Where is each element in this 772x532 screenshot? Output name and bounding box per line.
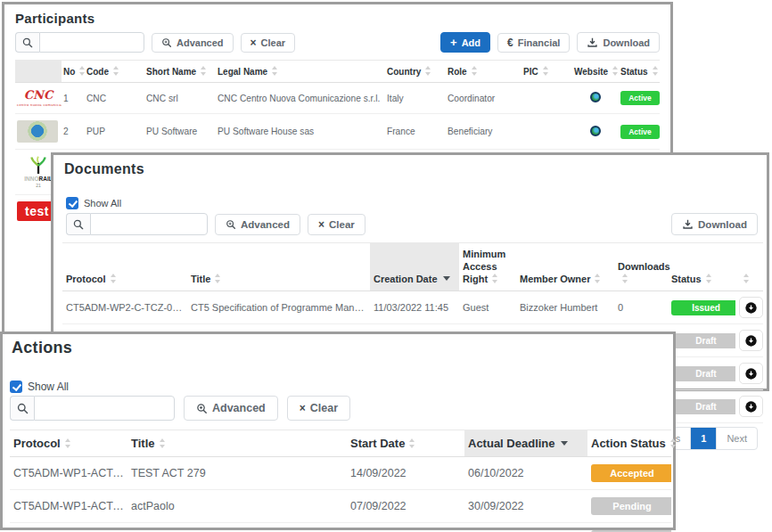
actions-search-input[interactable] xyxy=(34,396,175,421)
advanced-search-icon xyxy=(226,219,236,230)
col-code[interactable]: Code xyxy=(85,61,144,83)
clear-label: Clear xyxy=(310,402,338,414)
documents-toolbar: Advanced × Clear Download xyxy=(66,213,758,235)
cell-creation-date: 11/03/2022 11:45 xyxy=(370,291,459,324)
sort-icon xyxy=(113,66,119,76)
col-row-actions[interactable] xyxy=(735,243,763,291)
cell-pic xyxy=(522,83,572,114)
col-protocol[interactable]: Protocol xyxy=(62,243,187,291)
actions-panel: Actions Show All Advanced × Clear Protoc… xyxy=(0,331,676,530)
cell-member-owner: Bizzoker Humbert xyxy=(516,291,614,324)
innorail-tree-icon xyxy=(28,156,49,174)
cell-no: 1 xyxy=(62,83,85,114)
col-protocol[interactable]: Protocol xyxy=(10,430,127,457)
col-title[interactable]: Title xyxy=(187,243,370,291)
sort-icon xyxy=(543,66,549,76)
row-download-button[interactable] xyxy=(739,396,763,417)
col-pic[interactable]: PIC xyxy=(522,61,572,83)
cell-role: Beneficiary xyxy=(446,114,522,150)
download-icon xyxy=(587,37,598,48)
col-min-access[interactable]: Minimum Access Right xyxy=(459,243,516,291)
actions-clear-button[interactable]: × Clear xyxy=(287,396,350,421)
advanced-label: Advanced xyxy=(212,402,266,414)
pagination-next[interactable]: Next xyxy=(716,428,757,449)
col-role[interactable]: Role xyxy=(446,61,522,83)
actions-title: Actions xyxy=(12,339,673,357)
row-download-button[interactable] xyxy=(739,297,763,318)
row-download-button[interactable] xyxy=(739,330,763,351)
col-country[interactable]: Country xyxy=(385,61,446,83)
col-title[interactable]: Title xyxy=(127,430,347,457)
cell-title: actPaolo xyxy=(127,490,347,523)
actions-search-group xyxy=(10,396,175,421)
sort-icon xyxy=(65,438,71,448)
cell-actual-deadline: 30/09/2022 xyxy=(464,490,587,523)
sort-icon xyxy=(201,66,207,76)
website-globe-icon[interactable] xyxy=(590,92,601,102)
financial-label: Financial xyxy=(518,37,561,48)
cell-pic xyxy=(522,114,572,150)
sort-icon xyxy=(425,66,431,76)
actions-advanced-button[interactable]: Advanced xyxy=(184,396,278,421)
actions-show-all[interactable]: Show All xyxy=(10,381,673,393)
participants-search-input[interactable] xyxy=(39,32,144,53)
sort-desc-icon xyxy=(443,276,450,281)
col-creation-date[interactable]: Creation Date xyxy=(370,243,459,291)
col-member-owner[interactable]: Member Owner xyxy=(516,243,614,291)
cell-protocol: CT5ADM-WP1-ACT-012 xyxy=(10,523,127,532)
documents-clear-button[interactable]: × Clear xyxy=(308,214,365,235)
checkbox-checked-icon[interactable] xyxy=(66,197,78,209)
cell-protocol: CT5ADM-WP1-ACT-004 xyxy=(10,457,127,490)
row-download-button[interactable] xyxy=(739,363,763,384)
action-row[interactable]: CT5ADM-WP1-ACT-012 Atcion222 10/09/2022 … xyxy=(10,523,671,532)
participant-row[interactable]: CNC centro nuova comunicazione 1 CNC CNC… xyxy=(15,83,660,114)
documents-download-button[interactable]: Download xyxy=(671,213,758,235)
col-action-status[interactable]: Action Status xyxy=(587,430,671,457)
col-legal-name[interactable]: Legal Name xyxy=(216,61,385,83)
documents-advanced-button[interactable]: Advanced xyxy=(215,214,300,235)
cell-start-date: 07/09/2022 xyxy=(347,490,464,523)
sort-icon xyxy=(706,274,712,283)
col-no[interactable]: No xyxy=(62,61,85,83)
clear-x-icon: × xyxy=(250,37,257,48)
download-icon xyxy=(682,218,694,230)
cell-actual-deadline: 06/10/2022 xyxy=(464,457,587,490)
cell-code: CNC xyxy=(85,83,144,114)
col-status[interactable]: Status xyxy=(668,243,735,291)
sort-icon xyxy=(595,274,601,283)
col-short-name[interactable]: Short Name xyxy=(144,61,216,83)
pagination-page-1[interactable]: 1 xyxy=(690,428,716,449)
cell-legal-name: PU Software House sas xyxy=(216,114,385,150)
action-row[interactable]: CT5ADM-WP1-ACT-004 TEST ACT 279 14/09/20… xyxy=(10,457,671,490)
col-downloads[interactable]: Downloads xyxy=(614,243,668,291)
col-website[interactable]: Website xyxy=(572,61,619,83)
checkbox-checked-icon[interactable] xyxy=(10,381,22,393)
sort-icon xyxy=(743,274,750,283)
documents-search-input[interactable] xyxy=(90,213,208,235)
add-button[interactable]: + Add xyxy=(440,32,490,53)
participants-advanced-button[interactable]: Advanced xyxy=(152,33,234,53)
documents-header-row: Protocol Title Creation Date Minimum Acc… xyxy=(62,243,763,291)
row-download-icon xyxy=(743,366,759,381)
clear-x-icon: × xyxy=(318,219,324,230)
col-start-date[interactable]: Start Date xyxy=(347,430,464,457)
documents-show-all[interactable]: Show All xyxy=(66,197,767,209)
participants-clear-button[interactable]: × Clear xyxy=(241,33,296,53)
row-download-icon xyxy=(743,333,759,348)
documents-search-group xyxy=(66,213,208,235)
financial-button[interactable]: € Financial xyxy=(497,33,570,53)
advanced-label: Advanced xyxy=(241,219,290,230)
participant-row[interactable]: 2 PUP PU Software PU Software House sas … xyxy=(15,114,660,150)
advanced-search-icon xyxy=(196,403,208,414)
sort-icon xyxy=(215,274,221,283)
col-status[interactable]: Status xyxy=(619,61,660,83)
document-row[interactable]: CT5ADM-WP2-C-TCZ-002-01 CT5 Specificatio… xyxy=(62,291,763,324)
status-badge: Draft xyxy=(671,399,735,414)
action-row[interactable]: CT5ADM-WP1-ACT-013 actPaolo 07/09/2022 3… xyxy=(10,490,671,523)
website-globe-icon[interactable] xyxy=(590,126,601,136)
participants-download-button[interactable]: Download xyxy=(577,32,660,53)
cell-short-name: PU Software xyxy=(144,114,216,150)
cell-title: TEST ACT 279 xyxy=(127,457,347,490)
sort-icon xyxy=(622,274,628,283)
col-actual-deadline[interactable]: Actual Deadline xyxy=(464,430,587,457)
